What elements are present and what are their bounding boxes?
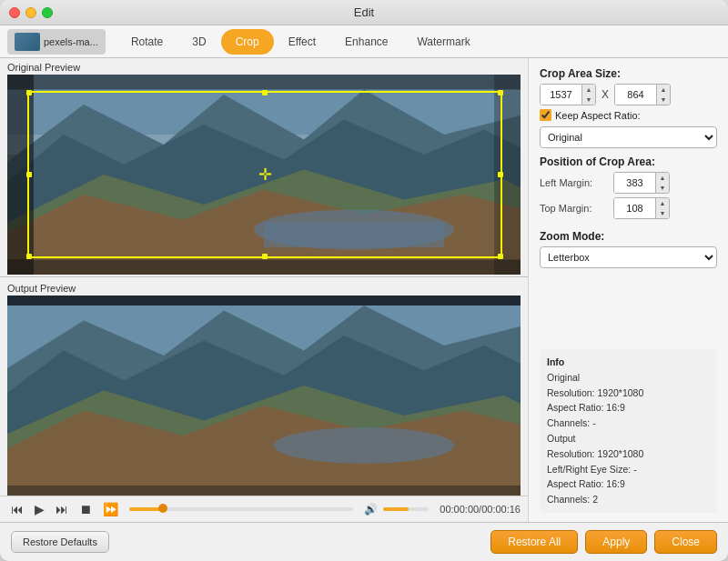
crop-handle-tm[interactable] — [262, 90, 268, 95]
original-info-title: Original — [547, 370, 710, 386]
crop-area-size-title: Crop Area Size: — [540, 67, 717, 80]
tab-effect[interactable]: Effect — [274, 29, 330, 55]
top-margin-increment-button[interactable]: ▲ — [656, 198, 669, 208]
output-preview-section: Output Preview — [0, 279, 528, 522]
svg-rect-12 — [7, 260, 521, 275]
crop-handle-tl[interactable] — [26, 90, 32, 95]
window-title: Edit — [354, 5, 374, 19]
width-input-wrapper: ▲ ▼ — [540, 84, 596, 105]
restore-all-button[interactable]: Restore All — [490, 530, 578, 554]
output-scene-svg — [7, 296, 521, 496]
tab-rotate[interactable]: Rotate — [116, 29, 177, 55]
close-button[interactable]: Close — [654, 530, 717, 554]
original-video-preview: ✛ — [7, 75, 521, 275]
crop-handle-tr[interactable] — [498, 90, 503, 95]
output-info-title: Output — [547, 431, 710, 446]
right-panel: Crop Area Size: ▲ ▼ X ▲ ▼ — [528, 58, 728, 522]
title-bar: Edit — [0, 0, 728, 25]
keep-aspect-ratio-row: Keep Aspect Ratio: — [540, 109, 717, 121]
output-channels: Channels: 2 — [547, 492, 710, 507]
preview-divider — [0, 276, 528, 277]
skip-back-button[interactable]: ⏮ — [7, 500, 27, 518]
output-eye-size: Left/Right Eye Size: - — [547, 462, 710, 477]
left-margin-spin-buttons: ▲ ▼ — [655, 173, 669, 193]
aspect-ratio-select[interactable]: Original — [540, 126, 717, 148]
tabs-bar: pexels-ma... Rotate 3D Crop Effect Enhan… — [0, 25, 728, 58]
output-video-preview — [7, 296, 521, 496]
time-display: 00:00:00/00:00:16 — [440, 504, 521, 515]
aspect-dropdown-wrapper: Original — [540, 126, 717, 148]
width-input[interactable] — [541, 85, 581, 105]
left-margin-input-wrapper: ▲ ▼ — [613, 172, 670, 194]
original-channels: Channels: - — [547, 416, 710, 431]
stop-button[interactable]: ⏹ — [76, 500, 96, 518]
progress-thumb — [158, 504, 167, 513]
volume-icon[interactable]: 🔊 — [360, 501, 381, 517]
zoom-mode-select[interactable]: Letterbox — [540, 246, 717, 268]
original-preview-section: Original Preview — [0, 58, 528, 275]
svg-rect-21 — [7, 296, 521, 306]
crop-area-size-section: Crop Area Size: ▲ ▼ X ▲ ▼ — [540, 67, 717, 148]
progress-fill — [129, 507, 163, 511]
main-window: Edit pexels-ma... Rotate 3D Crop Effect … — [0, 0, 728, 561]
width-decrement-button[interactable]: ▼ — [582, 95, 595, 105]
volume-bar[interactable] — [383, 507, 429, 511]
left-margin-decrement-button[interactable]: ▼ — [656, 183, 669, 193]
top-margin-decrement-button[interactable]: ▼ — [656, 208, 669, 218]
traffic-lights — [9, 7, 53, 18]
height-input[interactable] — [615, 85, 656, 105]
skip-forward-button[interactable]: ⏭ — [52, 500, 72, 518]
volume-fill — [383, 507, 409, 511]
left-margin-input[interactable] — [614, 173, 655, 193]
file-name-label: pexels-ma... — [44, 36, 98, 47]
top-margin-spin-buttons: ▲ ▼ — [655, 198, 669, 218]
output-aspect: Aspect Ratio: 16:9 — [547, 476, 710, 492]
info-title: Info — [547, 355, 710, 370]
output-preview-label: Output Preview — [0, 279, 528, 296]
crop-size-row: ▲ ▼ X ▲ ▼ — [540, 84, 717, 105]
zoom-mode-section: Zoom Mode: Letterbox — [540, 230, 717, 268]
crop-overlay[interactable]: ✛ — [27, 91, 502, 258]
width-spin-buttons: ▲ ▼ — [581, 85, 595, 105]
apply-button[interactable]: Apply — [585, 530, 647, 554]
left-margin-row: Left Margin: ▲ ▼ — [540, 172, 717, 194]
width-increment-button[interactable]: ▲ — [582, 85, 595, 95]
left-margin-increment-button[interactable]: ▲ — [656, 173, 669, 183]
top-margin-input[interactable] — [614, 198, 655, 218]
crop-handle-br[interactable] — [498, 254, 503, 259]
main-content: Original Preview — [0, 58, 728, 522]
volume-area: 🔊 — [360, 501, 429, 517]
crop-handle-bm[interactable] — [262, 254, 268, 259]
bottom-bar: Restore Defaults Restore All Apply Close — [0, 522, 728, 561]
preview-panel: Original Preview — [0, 58, 528, 522]
play-button[interactable]: ▶ — [31, 500, 48, 518]
height-decrement-button[interactable]: ▼ — [657, 95, 670, 105]
height-input-wrapper: ▲ ▼ — [614, 84, 671, 105]
svg-rect-11 — [7, 75, 521, 90]
keep-aspect-checkbox[interactable] — [540, 109, 551, 121]
left-margin-label: Left Margin: — [540, 177, 608, 188]
svg-point-20 — [274, 427, 454, 464]
height-increment-button[interactable]: ▲ — [657, 85, 670, 95]
keep-aspect-label: Keep Aspect Ratio: — [555, 110, 641, 121]
tab-3d[interactable]: 3D — [177, 29, 220, 55]
tab-watermark[interactable]: Watermark — [402, 29, 484, 55]
maximize-traffic-light[interactable] — [42, 7, 53, 18]
file-thumbnail: pexels-ma... — [7, 29, 106, 55]
restore-defaults-button[interactable]: Restore Defaults — [11, 531, 109, 553]
crop-handle-mr[interactable] — [498, 172, 503, 177]
crop-handle-bl[interactable] — [26, 254, 32, 259]
next-frame-button[interactable]: ⏩ — [99, 500, 122, 518]
position-section: Position of Crop Area: Left Margin: ▲ ▼ … — [540, 155, 717, 223]
tab-crop[interactable]: Crop — [221, 29, 274, 55]
original-aspect: Aspect Ratio: 16:9 — [547, 400, 710, 416]
position-title: Position of Crop Area: — [540, 155, 717, 168]
playback-controls: ⏮ ▶ ⏭ ⏹ ⏩ 🔊 — [0, 496, 528, 522]
tab-enhance[interactable]: Enhance — [330, 29, 402, 55]
height-spin-buttons: ▲ ▼ — [656, 85, 670, 105]
minimize-traffic-light[interactable] — [25, 7, 36, 18]
top-margin-row: Top Margin: ▲ ▼ — [540, 197, 717, 219]
progress-bar[interactable] — [129, 507, 353, 511]
crop-handle-ml[interactable] — [26, 172, 32, 177]
close-traffic-light[interactable] — [9, 7, 20, 18]
